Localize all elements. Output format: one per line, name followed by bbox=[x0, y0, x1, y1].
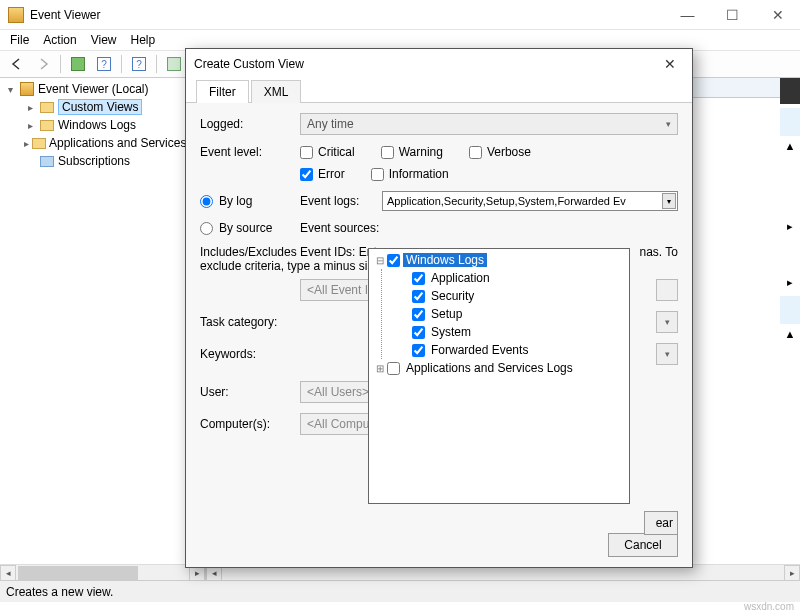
tree-item-label: Windows Logs bbox=[58, 118, 136, 132]
menubar: File Action View Help bbox=[0, 30, 800, 50]
eventviewer-icon bbox=[19, 81, 35, 97]
tree-item-label: Applications and Services Logs bbox=[49, 136, 205, 150]
popup-item-application[interactable]: Application bbox=[412, 269, 625, 287]
windows-logs-checkbox[interactable] bbox=[387, 254, 400, 267]
collapse-arrow-icon[interactable]: ▲ bbox=[780, 136, 800, 156]
statusbar: Creates a new view. bbox=[0, 580, 800, 602]
logged-combo[interactable]: Any time ▾ bbox=[300, 113, 678, 135]
folder-icon bbox=[39, 117, 55, 133]
task-category-label: Task category: bbox=[200, 315, 300, 329]
forward-button[interactable] bbox=[32, 53, 54, 75]
help-button[interactable]: ? bbox=[128, 53, 150, 75]
menu-file[interactable]: File bbox=[10, 33, 29, 47]
toolbar-separator bbox=[156, 55, 157, 73]
folder-icon bbox=[32, 135, 46, 151]
event-id-hint2: exclude criteria, type a minus sign bbox=[200, 259, 381, 273]
subscriptions-icon bbox=[39, 153, 55, 169]
tree-item-label: Subscriptions bbox=[58, 154, 130, 168]
popup-item-forwarded[interactable]: Forwarded Events bbox=[412, 341, 625, 359]
scroll-right-button[interactable]: ▸ bbox=[784, 565, 800, 581]
collapse-icon[interactable]: ⊟ bbox=[373, 255, 387, 266]
error-checkbox[interactable]: Error bbox=[300, 167, 345, 181]
maximize-button[interactable]: ☐ bbox=[710, 0, 755, 30]
collapse-icon[interactable]: ▾ bbox=[4, 84, 16, 95]
information-checkbox[interactable]: Information bbox=[371, 167, 449, 181]
computers-label: Computer(s): bbox=[200, 417, 300, 431]
tree-item-subscriptions[interactable]: Subscriptions bbox=[20, 152, 205, 170]
event-logs-dropdown: ⊟ Windows Logs Application Security Setu… bbox=[368, 248, 630, 504]
tab-xml[interactable]: XML bbox=[251, 80, 302, 103]
event-level-label: Event level: bbox=[200, 145, 300, 159]
menu-help[interactable]: Help bbox=[131, 33, 156, 47]
app-icon bbox=[8, 7, 24, 23]
asl-checkbox[interactable] bbox=[387, 362, 400, 375]
tree-hscrollbar[interactable]: ◂ ▸ bbox=[0, 564, 205, 580]
dialog-title: Create Custom View bbox=[194, 57, 656, 71]
verbose-checkbox[interactable]: Verbose bbox=[469, 145, 531, 159]
by-log-radio[interactable]: By log bbox=[200, 194, 300, 208]
logged-label: Logged: bbox=[200, 117, 300, 131]
logged-value: Any time bbox=[307, 117, 354, 131]
popup-item-security[interactable]: Security bbox=[412, 287, 625, 305]
expand-icon[interactable]: ⊞ bbox=[373, 363, 387, 374]
console-tree: ▾ Event Viewer (Local) ▸ Custom Views ▸ … bbox=[0, 78, 206, 580]
event-logs-value: Application,Security,Setup,System,Forwar… bbox=[387, 195, 626, 207]
tree-root[interactable]: ▾ Event Viewer (Local) bbox=[0, 80, 205, 98]
popup-item-setup[interactable]: Setup bbox=[412, 305, 625, 323]
by-source-radio[interactable]: By source bbox=[200, 221, 300, 235]
event-id-hint-right: nas. To bbox=[640, 245, 678, 259]
popup-item-system[interactable]: System bbox=[412, 323, 625, 341]
tree-item-windows-logs[interactable]: ▸ Windows Logs bbox=[20, 116, 205, 134]
scroll-left-button[interactable]: ◂ bbox=[0, 565, 16, 581]
tree-root-label: Event Viewer (Local) bbox=[38, 82, 149, 96]
event-logs-combo[interactable]: Application,Security,Setup,System,Forwar… bbox=[382, 191, 678, 211]
popup-app-services-logs[interactable]: ⊞ Applications and Services Logs bbox=[373, 359, 625, 377]
task-category-combo[interactable]: ▾ bbox=[656, 311, 678, 333]
chevron-down-icon: ▾ bbox=[666, 119, 671, 129]
window-title: Event Viewer bbox=[30, 8, 100, 22]
tree-item-custom-views[interactable]: ▸ Custom Views bbox=[20, 98, 205, 116]
titlebar: Event Viewer — ☐ ✕ bbox=[0, 0, 800, 30]
expand-arrow-icon[interactable]: ▸ bbox=[780, 216, 800, 236]
keywords-label: Keywords: bbox=[200, 347, 300, 361]
critical-checkbox[interactable]: Critical bbox=[300, 145, 355, 159]
tab-filter[interactable]: Filter bbox=[196, 80, 249, 103]
expand-icon[interactable]: ▸ bbox=[24, 138, 29, 149]
event-id-hint: Includes/Excludes Event IDs: Ente bbox=[200, 245, 383, 259]
actions-pane: ▲ ▸ ▸ ▲ bbox=[780, 78, 800, 518]
toolbar-separator bbox=[60, 55, 61, 73]
clear-button[interactable]: ear bbox=[644, 511, 678, 535]
expand-arrow-icon[interactable]: ▸ bbox=[780, 272, 800, 292]
watermark: wsxdn.com bbox=[744, 601, 794, 612]
cancel-button[interactable]: Cancel bbox=[608, 533, 678, 557]
chevron-down-icon: ▾ bbox=[662, 193, 676, 209]
create-custom-view-dialog: Create Custom View ✕ Filter XML Logged: … bbox=[185, 48, 693, 568]
menu-action[interactable]: Action bbox=[43, 33, 76, 47]
event-logs-label: Event logs: bbox=[300, 194, 382, 208]
close-button[interactable]: ✕ bbox=[755, 0, 800, 30]
refresh-button[interactable] bbox=[163, 53, 185, 75]
status-text: Creates a new view. bbox=[6, 585, 113, 599]
warning-checkbox[interactable]: Warning bbox=[381, 145, 443, 159]
keywords-combo[interactable]: ▾ bbox=[656, 343, 678, 365]
minimize-button[interactable]: — bbox=[665, 0, 710, 30]
user-label: User: bbox=[200, 385, 300, 399]
tree-item-label: Custom Views bbox=[58, 99, 142, 115]
collapse-arrow-icon[interactable]: ▲ bbox=[780, 324, 800, 344]
toolbar-separator bbox=[121, 55, 122, 73]
dialog-close-button[interactable]: ✕ bbox=[656, 53, 684, 75]
menu-view[interactable]: View bbox=[91, 33, 117, 47]
back-button[interactable] bbox=[6, 53, 28, 75]
properties-button[interactable]: ? bbox=[93, 53, 115, 75]
tree-item-app-services-logs[interactable]: ▸ Applications and Services Logs bbox=[20, 134, 205, 152]
expand-icon[interactable]: ▸ bbox=[24, 120, 36, 131]
show-hide-tree-button[interactable] bbox=[67, 53, 89, 75]
event-sources-label: Event sources: bbox=[300, 221, 382, 235]
folder-icon bbox=[39, 99, 55, 115]
popup-windows-logs[interactable]: ⊟ Windows Logs bbox=[373, 251, 625, 269]
expand-icon[interactable]: ▸ bbox=[24, 102, 36, 113]
scroll-thumb[interactable] bbox=[18, 566, 138, 580]
